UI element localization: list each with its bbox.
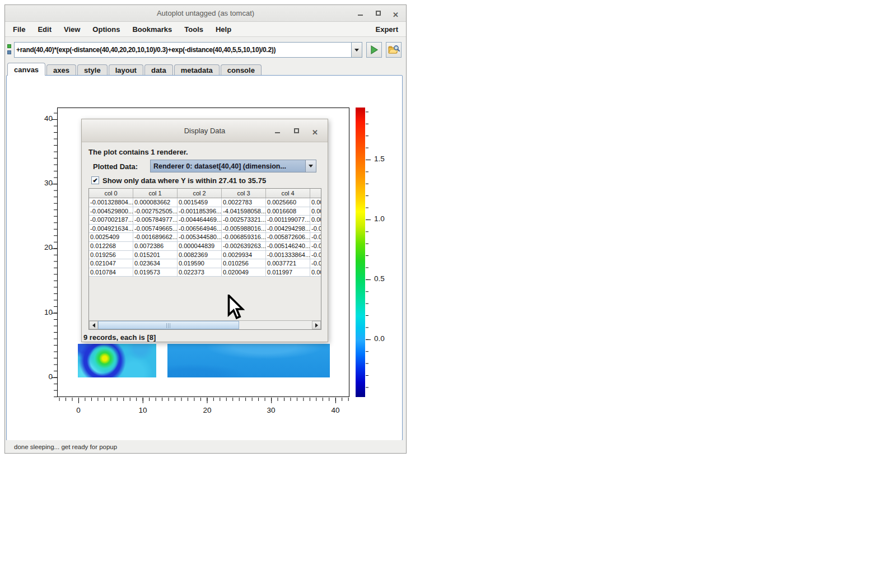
- table-cell[interactable]: -0.0: [310, 251, 321, 260]
- table-cell[interactable]: 0.0016608: [266, 207, 310, 216]
- tab-canvas[interactable]: canvas: [7, 63, 45, 76]
- table-cell[interactable]: 0.021047: [89, 259, 133, 268]
- uri-history-dropdown-button[interactable]: [352, 42, 362, 58]
- scrollbar-thumb[interactable]: [98, 321, 239, 329]
- table-cell[interactable]: 0.0037721: [266, 259, 310, 268]
- menu-options[interactable]: Options: [86, 25, 126, 34]
- table-column-header[interactable]: col 2: [178, 189, 222, 198]
- table-row[interactable]: 0.0210470.0236340.0195900.0102560.003772…: [89, 259, 321, 268]
- table-cell[interactable]: -0.001689662...: [133, 233, 178, 242]
- table-cell[interactable]: 0.022373: [178, 268, 222, 277]
- table-row[interactable]: 0.0192560.0152010.00823690.0029934-0.001…: [89, 251, 321, 260]
- dialog-minimize-icon[interactable]: [274, 127, 282, 135]
- table-cell[interactable]: -0.007002187...: [89, 216, 133, 225]
- menu-edit[interactable]: Edit: [31, 25, 58, 34]
- filter-checkbox[interactable]: ✔: [91, 176, 99, 184]
- table-cell[interactable]: 0.019590: [178, 259, 222, 268]
- table-cell[interactable]: 0.0082369: [178, 251, 222, 260]
- scroll-left-button[interactable]: [89, 321, 98, 329]
- table-cell[interactable]: 0.0015459: [178, 198, 222, 207]
- scrollbar-track[interactable]: [98, 321, 312, 329]
- table-cell[interactable]: 0.012268: [89, 242, 133, 251]
- table-cell[interactable]: -0.006859316...: [222, 233, 266, 242]
- tab-metadata[interactable]: metadata: [174, 64, 220, 76]
- table-cell[interactable]: 0.00: [310, 207, 321, 216]
- table-column-header[interactable]: [310, 189, 321, 198]
- table-cell[interactable]: -0.002752505...: [133, 207, 178, 216]
- table-cell[interactable]: 0.000083662: [133, 198, 178, 207]
- table-cell[interactable]: 0.023634: [133, 259, 178, 268]
- table-cell[interactable]: -0.005988016...: [222, 225, 266, 234]
- table-cell[interactable]: -0.001333864...: [266, 251, 310, 260]
- table-cell[interactable]: -0.001328804...: [89, 198, 133, 207]
- tab-data[interactable]: data: [144, 64, 173, 76]
- plotted-data-combobox[interactable]: Renderer 0: dataset[40,40] (dimension...: [150, 160, 316, 172]
- table-cell[interactable]: -0.001185396...: [178, 207, 222, 216]
- table-cell[interactable]: -0.0: [310, 233, 321, 242]
- horizontal-scrollbar[interactable]: [89, 320, 321, 329]
- table-column-header[interactable]: col 1: [133, 189, 178, 198]
- table-cell[interactable]: -0.002639263...: [222, 242, 266, 251]
- menu-tools[interactable]: Tools: [178, 25, 209, 34]
- scroll-right-button[interactable]: [312, 321, 321, 329]
- table-cell[interactable]: -0.005749665...: [133, 225, 178, 234]
- tab-layout[interactable]: layout: [109, 64, 143, 76]
- menu-file[interactable]: File: [13, 25, 31, 34]
- table-column-header[interactable]: col 4: [266, 189, 310, 198]
- table-row[interactable]: -0.004529800...-0.002752505...-0.0011853…: [89, 207, 321, 216]
- window-titlebar[interactable]: Autoplot untagged (as tomcat) ✕: [5, 5, 406, 22]
- table-cell[interactable]: -0.004294298...: [266, 225, 310, 234]
- table-cell[interactable]: 0.015201: [133, 251, 178, 260]
- uri-input[interactable]: +rand(40,40)*(exp(-distance(40,40,20,20,…: [14, 42, 352, 58]
- combobox-arrow-button[interactable]: [305, 160, 316, 172]
- dialog-close-icon[interactable]: ✕: [312, 127, 320, 135]
- go-plot-button[interactable]: [366, 42, 382, 58]
- table-cell[interactable]: 0.00: [310, 268, 321, 277]
- table-cell[interactable]: 0.000044839: [178, 242, 222, 251]
- table-cell[interactable]: 0.0025409: [89, 233, 133, 242]
- table-cell[interactable]: -0.0: [310, 242, 321, 251]
- menu-help[interactable]: Help: [209, 25, 237, 34]
- table-cell[interactable]: 0.0025660: [266, 198, 310, 207]
- table-cell[interactable]: -0.004464469...: [178, 216, 222, 225]
- table-cell[interactable]: 0.0072386: [133, 242, 178, 251]
- table-row[interactable]: -0.001328804...0.0000836620.00154590.002…: [89, 198, 321, 207]
- data-table[interactable]: col 0col 1col 2col 3col 4 -0.001328804..…: [89, 189, 321, 320]
- table-cell[interactable]: 0.010256: [222, 259, 266, 268]
- tab-style[interactable]: style: [77, 64, 108, 76]
- table-column-header[interactable]: col 0: [89, 189, 133, 198]
- table-column-header[interactable]: col 3: [222, 189, 266, 198]
- dialog-maximize-icon[interactable]: [293, 127, 301, 135]
- table-row[interactable]: -0.004921634...-0.005749665...-0.0065649…: [89, 225, 321, 234]
- table-cell[interactable]: -0.005872606...: [266, 233, 310, 242]
- dialog-titlebar[interactable]: Display Data ✕: [82, 119, 328, 142]
- table-cell[interactable]: -0.0: [310, 225, 321, 234]
- table-cell[interactable]: 0.010784: [89, 268, 133, 277]
- table-cell[interactable]: -0.005784977...: [133, 216, 178, 225]
- close-icon[interactable]: ✕: [393, 10, 400, 17]
- table-cell[interactable]: 0.019573: [133, 268, 178, 277]
- tab-axes[interactable]: axes: [46, 64, 76, 76]
- table-cell[interactable]: -0.005146240...: [266, 242, 310, 251]
- table-row[interactable]: 0.0122680.00723860.000044839-0.002639263…: [89, 242, 321, 251]
- table-cell[interactable]: 0.011997: [266, 268, 310, 277]
- table-cell[interactable]: -0.005344580...: [178, 233, 222, 242]
- table-cell[interactable]: 0.020049: [222, 268, 266, 277]
- table-cell[interactable]: -4.041598058...: [222, 207, 266, 216]
- table-cell[interactable]: -0.002573321...: [222, 216, 266, 225]
- table-cell[interactable]: 0.0029934: [222, 251, 266, 260]
- table-cell[interactable]: -0.004921634...: [89, 225, 133, 234]
- maximize-icon[interactable]: [375, 10, 382, 17]
- table-cell[interactable]: 0.019256: [89, 251, 133, 260]
- table-cell[interactable]: 0.0022783: [222, 198, 266, 207]
- table-cell[interactable]: -0.006564946...: [178, 225, 222, 234]
- table-cell[interactable]: 0.00: [310, 216, 321, 225]
- plot-canvas[interactable]: Display Data ✕ The plot contains 1 rende…: [6, 75, 403, 441]
- table-cell[interactable]: -0.0: [310, 259, 321, 268]
- menu-view[interactable]: View: [58, 25, 86, 34]
- table-cell[interactable]: 0.00: [310, 198, 321, 207]
- menu-expert-label[interactable]: Expert: [376, 25, 398, 34]
- table-row[interactable]: 0.0025409-0.001689662...-0.005344580...-…: [89, 233, 321, 242]
- tab-console[interactable]: console: [221, 64, 262, 76]
- table-cell[interactable]: -0.004529800...: [89, 207, 133, 216]
